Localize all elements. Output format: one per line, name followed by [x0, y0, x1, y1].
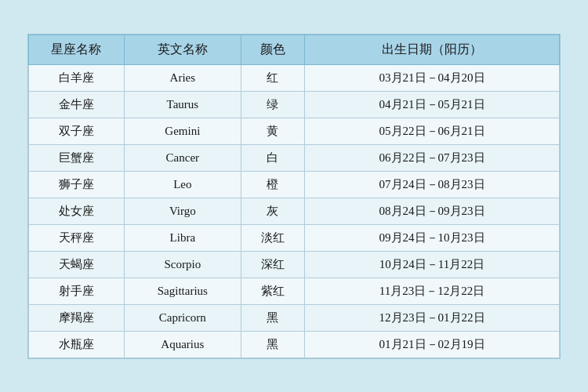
header-english: 英文名称 — [124, 34, 241, 64]
cell-date-8: 11月23日－12月22日 — [305, 278, 560, 304]
cell-color-5: 灰 — [241, 198, 304, 224]
cell-color-2: 黄 — [241, 118, 304, 144]
cell-date-7: 10月24日－11月22日 — [305, 251, 560, 278]
cell-english-10: Aquarius — [124, 331, 241, 358]
table-header-row: 星座名称 英文名称 颜色 出生日期（阳历） — [29, 34, 560, 64]
cell-color-6: 淡红 — [241, 224, 304, 251]
cell-english-2: Gemini — [124, 118, 241, 144]
cell-chinese-5: 处女座 — [29, 198, 125, 224]
cell-date-9: 12月23日－01月22日 — [305, 304, 560, 331]
cell-date-6: 09月24日－10月23日 — [305, 224, 560, 251]
cell-chinese-6: 天秤座 — [29, 224, 125, 251]
cell-date-1: 04月21日－05月21日 — [305, 91, 560, 118]
cell-date-3: 06月22日－07月23日 — [305, 144, 560, 171]
cell-chinese-0: 白羊座 — [29, 64, 125, 91]
cell-color-10: 黑 — [241, 331, 304, 358]
cell-date-4: 07月24日－08月23日 — [305, 171, 560, 198]
table-row: 水瓶座Aquarius黑01月21日－02月19日 — [29, 331, 560, 358]
cell-color-8: 紫红 — [241, 278, 304, 304]
cell-date-5: 08月24日－09月23日 — [305, 198, 560, 224]
cell-english-0: Aries — [124, 64, 241, 91]
cell-chinese-2: 双子座 — [29, 118, 125, 144]
header-date: 出生日期（阳历） — [305, 34, 560, 64]
cell-chinese-7: 天蝎座 — [29, 251, 125, 278]
table-row: 双子座Gemini黄05月22日－06月21日 — [29, 118, 560, 144]
cell-color-3: 白 — [241, 144, 304, 171]
cell-color-7: 深红 — [241, 251, 304, 278]
cell-english-4: Leo — [124, 171, 241, 198]
table-row: 狮子座Leo橙07月24日－08月23日 — [29, 171, 560, 198]
cell-chinese-4: 狮子座 — [29, 171, 125, 198]
cell-english-9: Capricorn — [124, 304, 241, 331]
cell-english-8: Sagittarius — [124, 278, 241, 304]
zodiac-table-container: 星座名称 英文名称 颜色 出生日期（阳历） 白羊座Aries红03月21日－04… — [27, 34, 561, 359]
cell-chinese-1: 金牛座 — [29, 91, 125, 118]
cell-chinese-10: 水瓶座 — [29, 331, 125, 358]
table-row: 白羊座Aries红03月21日－04月20日 — [29, 64, 560, 91]
table-row: 天秤座Libra淡红09月24日－10月23日 — [29, 224, 560, 251]
cell-english-1: Taurus — [124, 91, 241, 118]
table-row: 摩羯座Capricorn黑12月23日－01月22日 — [29, 304, 560, 331]
cell-chinese-8: 射手座 — [29, 278, 125, 304]
cell-english-6: Libra — [124, 224, 241, 251]
cell-date-0: 03月21日－04月20日 — [305, 64, 560, 91]
table-row: 处女座Virgo灰08月24日－09月23日 — [29, 198, 560, 224]
cell-color-1: 绿 — [241, 91, 304, 118]
table-row: 金牛座Taurus绿04月21日－05月21日 — [29, 91, 560, 118]
cell-date-2: 05月22日－06月21日 — [305, 118, 560, 144]
table-body: 白羊座Aries红03月21日－04月20日金牛座Taurus绿04月21日－0… — [29, 64, 560, 358]
table-row: 天蝎座Scorpio深红10月24日－11月22日 — [29, 251, 560, 278]
cell-chinese-9: 摩羯座 — [29, 304, 125, 331]
cell-english-7: Scorpio — [124, 251, 241, 278]
cell-english-3: Cancer — [124, 144, 241, 171]
cell-color-0: 红 — [241, 64, 304, 91]
cell-chinese-3: 巨蟹座 — [29, 144, 125, 171]
cell-color-4: 橙 — [241, 171, 304, 198]
cell-date-10: 01月21日－02月19日 — [305, 331, 560, 358]
zodiac-table: 星座名称 英文名称 颜色 出生日期（阳历） 白羊座Aries红03月21日－04… — [28, 34, 560, 358]
header-color: 颜色 — [241, 34, 304, 64]
cell-english-5: Virgo — [124, 198, 241, 224]
table-row: 射手座Sagittarius紫红11月23日－12月22日 — [29, 278, 560, 304]
table-row: 巨蟹座Cancer白06月22日－07月23日 — [29, 144, 560, 171]
header-chinese: 星座名称 — [29, 34, 125, 64]
cell-color-9: 黑 — [241, 304, 304, 331]
